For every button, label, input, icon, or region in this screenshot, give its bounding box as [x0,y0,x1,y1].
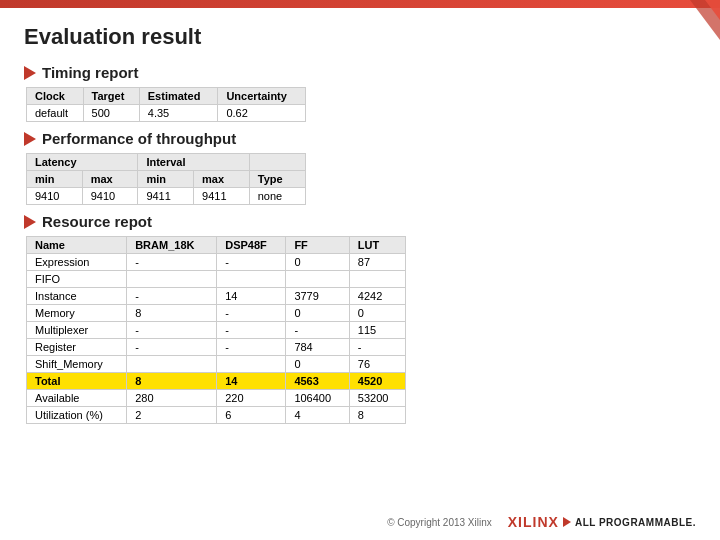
res-name-available: Available [27,390,127,407]
res-dsp [217,271,286,288]
res-dsp [217,356,286,373]
res-col-name: Name [27,237,127,254]
res-lut [349,271,405,288]
main-content: Evaluation result Timing report Clock Ta… [0,8,720,540]
res-name: Instance [27,288,127,305]
res-name: Register [27,339,127,356]
timing-col-estimated: Estimated [139,88,218,105]
res-lut-available: 53200 [349,390,405,407]
perf-col-int-max: max [194,171,250,188]
res-bram: 8 [127,305,217,322]
timing-col-target: Target [83,88,139,105]
footer-tagline: ALL PROGRAMMABLE. [575,517,696,528]
res-lut: 87 [349,254,405,271]
res-ff: 3779 [286,288,349,305]
res-lut-utilization: 8 [349,407,405,424]
chevron-resource-icon [24,215,36,229]
res-name: FIFO [27,271,127,288]
resource-header-row: Name BRAM_18K DSP48F FF LUT [27,237,406,254]
timing-cell-uncertainty: 0.62 [218,105,306,122]
table-row: FIFO [27,271,406,288]
res-col-ff: FF [286,237,349,254]
perf-cell-int-min: 9411 [138,188,194,205]
res-bram-total: 8 [127,373,217,390]
res-dsp: 14 [217,288,286,305]
res-name-utilization: Utilization (%) [27,407,127,424]
res-ff: 0 [286,305,349,322]
perf-cell-int-max: 9411 [194,188,250,205]
performance-section-title: Performance of throughput [42,130,236,147]
chevron-timing-icon [24,66,36,80]
top-bar [0,0,720,8]
table-row: Instance - 14 3779 4242 [27,288,406,305]
res-dsp-utilization: 6 [217,407,286,424]
res-ff: 784 [286,339,349,356]
res-ff: - [286,322,349,339]
res-bram: - [127,339,217,356]
res-bram: - [127,322,217,339]
performance-section-header: Performance of throughput [24,130,696,147]
resource-section-header: Resource repot [24,213,696,230]
timing-cell-estimated: 4.35 [139,105,218,122]
res-bram [127,356,217,373]
res-name: Memory [27,305,127,322]
table-row: Memory 8 - 0 0 [27,305,406,322]
table-row-utilization: Utilization (%) 2 6 4 8 [27,407,406,424]
res-ff: 0 [286,254,349,271]
resource-section-title: Resource repot [42,213,152,230]
resource-table: Name BRAM_18K DSP48F FF LUT Expression -… [26,236,406,424]
footer-logo: XILINX ALL PROGRAMMABLE. [508,514,696,530]
timing-cell-target: 500 [83,105,139,122]
res-dsp: - [217,322,286,339]
table-row: default 500 4.35 0.62 [27,105,306,122]
xilinx-brand: XILINX [508,514,559,530]
perf-col-interval: Interval [138,154,249,171]
perf-header-row1: Latency Interval [27,154,306,171]
res-lut: 4242 [349,288,405,305]
footer-copyright: © Copyright 2013 Xilinx [387,517,492,528]
res-bram-utilization: 2 [127,407,217,424]
res-lut: - [349,339,405,356]
perf-col-latency: Latency [27,154,138,171]
table-row: Expression - - 0 87 [27,254,406,271]
perf-cell-lat-max: 9410 [82,188,138,205]
res-bram-available: 280 [127,390,217,407]
res-ff: 0 [286,356,349,373]
res-col-lut: LUT [349,237,405,254]
res-bram [127,271,217,288]
timing-section-title: Timing report [42,64,138,81]
table-row-available: Available 280 220 106400 53200 [27,390,406,407]
res-lut-total: 4520 [349,373,405,390]
timing-section-header: Timing report [24,64,696,81]
footer: © Copyright 2013 Xilinx XILINX ALL PROGR… [0,514,720,530]
res-ff [286,271,349,288]
res-dsp: - [217,254,286,271]
page-title: Evaluation result [24,24,696,50]
timing-cell-clock: default [27,105,84,122]
timing-col-uncertainty: Uncertainty [218,88,306,105]
res-ff-available: 106400 [286,390,349,407]
chevron-performance-icon [24,132,36,146]
perf-cell-type: none [249,188,305,205]
res-name: Expression [27,254,127,271]
res-dsp-available: 220 [217,390,286,407]
perf-col-type: Type [249,171,305,188]
res-name-total: Total [27,373,127,390]
table-row: Multiplexer - - - 115 [27,322,406,339]
table-row-total: Total 8 14 4563 4520 [27,373,406,390]
table-row: Register - - 784 - [27,339,406,356]
perf-col-type-empty [249,154,305,171]
perf-col-lat-max: max [82,171,138,188]
res-ff-total: 4563 [286,373,349,390]
res-dsp: - [217,339,286,356]
perf-header-row2: min max min max Type [27,171,306,188]
res-dsp-total: 14 [217,373,286,390]
table-row: 9410 9410 9411 9411 none [27,188,306,205]
footer-chevron-icon [563,517,571,527]
res-lut: 0 [349,305,405,322]
res-name: Multiplexer [27,322,127,339]
res-bram: - [127,254,217,271]
res-col-dsp: DSP48F [217,237,286,254]
timing-table: Clock Target Estimated Uncertainty defau… [26,87,306,122]
perf-col-lat-min: min [27,171,83,188]
